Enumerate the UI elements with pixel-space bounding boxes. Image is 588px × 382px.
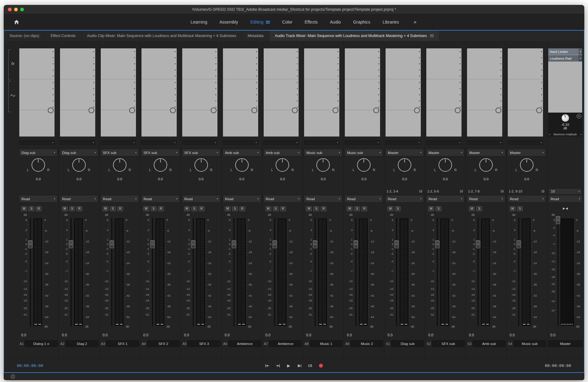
volume-fader[interactable] xyxy=(232,214,236,332)
send-slot[interactable]: ▾ xyxy=(19,92,55,98)
send-slot[interactable]: ▾ xyxy=(304,92,339,98)
effect-insert-slot[interactable]: ▾ xyxy=(386,73,421,79)
effect-insert-slot[interactable]: ▾ xyxy=(264,73,299,79)
home-button[interactable] xyxy=(10,19,23,25)
track-name[interactable]: Ambience xyxy=(269,340,302,347)
fader-handle[interactable] xyxy=(556,216,560,224)
panel-tab-audio-clip-mixer[interactable]: Audio Clip Mixer: Main Sequence with Lou… xyxy=(81,31,242,41)
volume-value[interactable]: 0.0 xyxy=(347,333,384,339)
effects-sends-rack[interactable]: ▾▾▾▾▾ ▾▾▾▾▾ xyxy=(19,48,55,137)
panel-menu-icon[interactable] xyxy=(430,35,434,37)
play-in-to-out-button[interactable]: {▶} xyxy=(296,363,303,369)
volume-value[interactable]: 0.0 xyxy=(184,333,221,339)
effect-insert-slot[interactable]: ▾ xyxy=(101,48,136,54)
effect-insert-slot[interactable]: ▾ xyxy=(386,54,421,61)
send-assign-dropdown[interactable]: ▾ xyxy=(345,140,380,145)
effect-insert-slot[interactable]: ▾ xyxy=(101,73,136,79)
chevron-down-icon[interactable]: ▾ xyxy=(579,55,582,62)
send-pan-knob[interactable] xyxy=(48,107,54,113)
fader-handle[interactable] xyxy=(394,240,399,248)
effect-insert-slot[interactable]: ▾ xyxy=(223,67,258,73)
output-assignment-dropdown[interactable]: SFX sub ▾ xyxy=(141,149,180,156)
send-slot[interactable]: ▾ xyxy=(345,79,380,85)
workspace-tab-color[interactable]: Color xyxy=(282,20,292,24)
mute-button[interactable]: M xyxy=(510,206,515,211)
send-slot[interactable]: ▾ xyxy=(101,79,136,85)
workspace-tab-assembly[interactable]: Assembly xyxy=(220,20,238,24)
fader-handle[interactable] xyxy=(273,240,277,248)
output-assignment-dropdown[interactable]: Diag sub ▾ xyxy=(60,149,98,156)
pan-value[interactable]: 0.0 xyxy=(140,177,181,181)
volume-fader[interactable] xyxy=(516,214,521,332)
record-arm-button[interactable]: R xyxy=(361,206,367,211)
output-assignment-dropdown[interactable]: Master ▾ xyxy=(507,149,546,156)
send-slot[interactable]: ▾ xyxy=(101,98,136,104)
effect-insert-slot[interactable]: ▾ xyxy=(508,48,543,54)
pan-knob[interactable] xyxy=(398,158,411,172)
pan-knob[interactable] xyxy=(154,158,167,172)
send-slot[interactable]: ▾ xyxy=(264,92,299,98)
output-assignment-dropdown[interactable]: SFX sub ▾ xyxy=(182,149,221,156)
effect-insert-slot[interactable]: ▾ xyxy=(223,54,258,61)
effect-insert-slot[interactable]: ▾ xyxy=(345,54,380,61)
send-assign-dropdown[interactable]: ▾ xyxy=(467,140,502,145)
channel-pair-label[interactable]: 1-2, 5-6 xyxy=(427,189,439,193)
effect-insert-slot[interactable]: ▾ xyxy=(101,54,136,61)
solo-button[interactable]: S xyxy=(313,206,319,211)
volume-fader[interactable] xyxy=(191,214,196,332)
minimize-button[interactable] xyxy=(14,8,18,11)
effects-sends-rack[interactable]: ▾▾▾▾▾ ▾▾▾▾▾ xyxy=(426,48,462,137)
send-assign-dropdown[interactable]: ▾ xyxy=(19,140,55,145)
effect-insert-slot[interactable]: ▾ xyxy=(141,54,177,61)
effect-insert-slot[interactable]: ▾ xyxy=(304,61,339,67)
send-assign-dropdown[interactable]: ▾ xyxy=(508,140,543,145)
send-slot[interactable]: ▾ xyxy=(345,98,380,104)
go-to-in-button[interactable] xyxy=(264,363,271,369)
volume-fader[interactable] xyxy=(150,214,155,332)
effect-insert-slot[interactable]: ▾ xyxy=(223,61,258,67)
volume-fader[interactable] xyxy=(272,214,277,332)
fader-handle[interactable] xyxy=(517,240,521,248)
send-slot[interactable]: ▾ xyxy=(508,92,543,98)
fader-handle[interactable] xyxy=(191,240,195,248)
automation-mode-dropdown[interactable]: Read ▾ xyxy=(182,195,221,203)
parameter-value[interactable]: -0.10 xyxy=(548,123,582,126)
output-assignment-dropdown[interactable]: Diag sub ▾ xyxy=(19,149,58,156)
mute-button[interactable]: M xyxy=(266,206,271,211)
workspace-tab-editing[interactable]: Editing xyxy=(250,20,270,24)
fx-badge-icon[interactable]: fx xyxy=(577,114,581,118)
effect-insert-slot[interactable]: ▾ xyxy=(19,61,55,67)
pan-knob[interactable] xyxy=(235,158,249,172)
panel-tab-effect-controls[interactable]: Effect Controls xyxy=(45,31,81,41)
effect-insert-slot[interactable]: ▾ xyxy=(182,67,217,73)
automation-mode-dropdown[interactable]: Read ▾ xyxy=(100,195,139,203)
send-slot[interactable]: ▾ xyxy=(304,98,339,104)
effect-slot-hard-limiter[interactable]: Hard Limiter ▾ xyxy=(548,48,582,55)
send-assign-dropdown[interactable]: ▾ xyxy=(386,140,421,145)
effects-sends-rack[interactable]: ▾▾▾▾▾ ▾▾▾▾▾ xyxy=(264,48,299,137)
panel-tab-metadata[interactable]: Metadata xyxy=(242,31,269,41)
solo-button[interactable]: S xyxy=(395,206,401,211)
send-slot[interactable]: ▾ xyxy=(223,98,258,104)
effect-insert-slot[interactable]: ▾ xyxy=(304,67,339,73)
fader-handle[interactable] xyxy=(110,240,114,248)
effect-insert-slot[interactable]: ▾ xyxy=(60,67,95,73)
mute-button[interactable]: M xyxy=(62,206,68,211)
effect-insert-slot[interactable]: ▾ xyxy=(508,61,543,67)
pan-knob[interactable] xyxy=(32,158,45,172)
volume-value[interactable]: 0.0 xyxy=(469,333,506,339)
send-slot[interactable]: ▾ xyxy=(141,92,177,98)
volume-fader[interactable] xyxy=(109,214,114,332)
send-slot[interactable]: ▾ xyxy=(467,98,502,104)
output-assignment-dropdown[interactable]: Master ▾ xyxy=(467,149,505,156)
effects-sends-rack[interactable]: ▾▾▾▾▾ ▾▾▾▾▾ xyxy=(182,48,217,137)
effect-insert-slot[interactable]: ▾ xyxy=(19,54,55,61)
record-arm-button[interactable]: R xyxy=(239,206,245,211)
effect-insert-slot[interactable]: ▾ xyxy=(182,61,217,67)
parameter-knob[interactable] xyxy=(560,113,570,122)
mute-button[interactable]: M xyxy=(21,206,27,211)
channel-routing-icon[interactable] xyxy=(419,189,423,193)
fader-handle[interactable] xyxy=(150,240,155,248)
loop-button[interactable] xyxy=(307,363,314,369)
send-slot[interactable]: ▾ xyxy=(508,79,543,85)
